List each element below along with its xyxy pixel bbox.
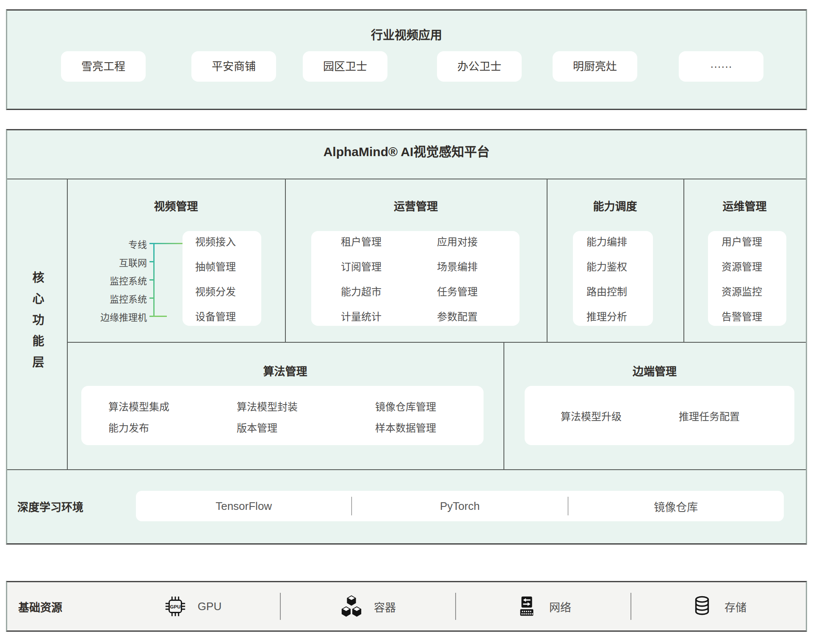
industry-apps-panel: 行业视频应用 雪亮工程 平安商铺 园区卫士 办公卫士 明厨亮灶 ······ [6, 9, 807, 110]
om-mgmt-item: 告警管理 [722, 308, 786, 323]
operation-mgmt-item: 计量统计 [341, 308, 437, 323]
video-mgmt-title: 视频管理 [67, 199, 285, 214]
video-source-label: 监控系统 [62, 292, 147, 305]
gpu-chip-text: GPU [170, 604, 180, 609]
operation-mgmt-item: 能力超市 [341, 283, 437, 298]
edge-mgmt-item: 算法模型升级 [561, 408, 622, 423]
app-chip-bangong: 办公卫士 [437, 51, 522, 82]
edge-mgmt-title: 边端管理 [503, 364, 806, 379]
algo-mgmt-item: 算法模型集成 [108, 399, 169, 413]
capability-sched-item: 推理分析 [586, 308, 653, 323]
capability-sched-item: 能力鉴权 [586, 259, 653, 273]
dl-env-tensorflow: TensorFlow [136, 500, 351, 513]
platform-title: AlphaMind® AI视觉感知平台 [7, 141, 806, 160]
algo-mgmt-item: 样本数据管理 [375, 420, 436, 435]
core-layer-label: 核心功能层 [7, 179, 67, 469]
app-chip-xueliang: 雪亮工程 [61, 51, 146, 82]
app-chip-pingan: 平安商铺 [191, 51, 276, 82]
video-mgmt-item: 视频分发 [195, 283, 261, 298]
video-mgmt-item: 视频接入 [195, 234, 261, 248]
video-source-label: 监控系统 [62, 273, 147, 287]
infra-item-label: 存储 [725, 599, 747, 614]
algo-mgmt-title: 算法管理 [67, 364, 503, 379]
operation-mgmt-item: 参数配置 [437, 308, 478, 323]
infra-item-label: 容器 [374, 599, 396, 614]
divider-core-column [67, 179, 68, 469]
divider-title [7, 179, 806, 179]
om-mgmt-item: 用户管理 [722, 234, 786, 248]
om-mgmt-card: 用户管理 资源管理 资源监控 告警管理 [708, 231, 786, 326]
infra-label: 基础资源 [7, 599, 105, 614]
video-mgmt-item: 抽帧管理 [195, 259, 261, 273]
infra-cell-storage: 存储 [631, 582, 806, 630]
operation-mgmt-item: 任务管理 [437, 283, 478, 298]
connector-line-vertical [153, 243, 155, 317]
om-mgmt-title: 运维管理 [683, 199, 806, 214]
video-mgmt-item: 设备管理 [195, 308, 261, 323]
gpu-icon: GPU [164, 595, 187, 618]
om-mgmt-item: 资源管理 [722, 259, 786, 273]
dl-env-bar: TensorFlow PyTorch 镜像仓库 [136, 491, 784, 521]
video-source-label: 互联网 [62, 255, 147, 269]
operation-mgmt-item: 订阅管理 [341, 259, 437, 273]
dl-env-label: 深度学习环境 [17, 469, 83, 543]
operation-mgmt-item: 应用对接 [437, 234, 478, 248]
operation-mgmt-item: 租户管理 [341, 234, 437, 248]
network-icon [515, 595, 538, 618]
app-chip-more: ······ [679, 51, 763, 82]
edge-mgmt-card: 算法模型升级 推理任务配置 [525, 386, 794, 445]
infra-cell-network: 网络 [456, 582, 630, 630]
infra-item-label: 网络 [549, 599, 571, 614]
algo-mgmt-card: 算法模型集成 算法模型封装 镜像仓库管理 能力发布 版本管理 样本数据管理 [81, 386, 484, 445]
architecture-diagram: 行业视频应用 雪亮工程 平安商铺 园区卫士 办公卫士 明厨亮灶 ······ A… [0, 0, 813, 644]
storage-icon [691, 595, 713, 618]
connector-line-bottom [153, 316, 167, 317]
algo-mgmt-item: 算法模型封装 [237, 399, 298, 413]
container-icon [340, 595, 363, 618]
divider-row2 [7, 469, 806, 470]
operation-mgmt-col1: 租户管理 订阅管理 能力超市 计量统计 [341, 234, 437, 323]
platform-panel: AlphaMind® AI视觉感知平台 核心功能层 视频管理 运营管理 能力调度… [6, 129, 807, 545]
algo-mgmt-item: 能力发布 [108, 420, 149, 435]
operation-mgmt-title: 运营管理 [285, 199, 547, 214]
infra-cell-gpu: GPU GPU [105, 582, 280, 630]
video-source-label: 边缘推理机 [62, 310, 147, 323]
operation-mgmt-card: 租户管理 订阅管理 能力超市 计量统计 应用对接 场景编排 任务管理 参数配置 [311, 231, 520, 326]
algo-mgmt-item: 版本管理 [237, 420, 277, 435]
video-mgmt-card: 视频接入 抽帧管理 视频分发 设备管理 [183, 231, 261, 326]
infra-cell-container: 容器 [281, 582, 455, 630]
edge-mgmt-item: 推理任务配置 [679, 408, 740, 423]
dl-env-pytorch: PyTorch [352, 500, 567, 513]
capability-sched-item: 能力编排 [586, 234, 653, 248]
operation-mgmt-col2: 应用对接 场景编排 任务管理 参数配置 [437, 234, 478, 323]
operation-mgmt-item: 场景编排 [437, 259, 478, 273]
industry-apps-title: 行业视频应用 [7, 26, 806, 43]
capability-sched-card: 能力编排 能力鉴权 路由控制 推理分析 [573, 231, 653, 326]
infra-item-label: GPU [198, 600, 221, 613]
video-source-label: 专线 [62, 237, 147, 250]
app-chip-mingchu: 明厨亮灶 [553, 51, 637, 82]
divider-row1 [67, 342, 806, 343]
om-mgmt-item: 资源监控 [722, 283, 786, 298]
algo-mgmt-item: 镜像仓库管理 [375, 399, 436, 413]
divider-algo-edge [503, 342, 504, 469]
connector-line-main [149, 243, 184, 244]
app-chip-yuanqu: 园区卫士 [303, 51, 387, 82]
capability-sched-title: 能力调度 [547, 199, 683, 214]
infra-panel: 基础资源 GPU GPU [6, 581, 807, 632]
capability-sched-item: 路由控制 [586, 283, 653, 298]
dl-env-registry: 镜像仓库 [568, 498, 784, 514]
